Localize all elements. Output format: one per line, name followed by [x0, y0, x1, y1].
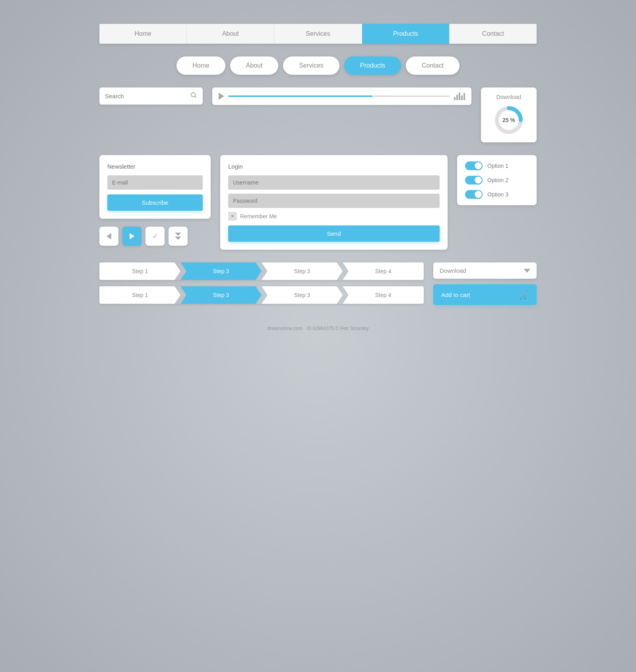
left-column: Newsletter Subscribe ✓: [99, 155, 211, 246]
nav2-products[interactable]: Products: [344, 56, 401, 75]
option-row-3: Option 3: [465, 190, 529, 199]
send-button[interactable]: Send: [228, 225, 440, 242]
toggle-2[interactable]: [465, 176, 483, 185]
download-dropdown[interactable]: Download: [433, 262, 537, 279]
nav1-contact[interactable]: Contact: [450, 24, 537, 44]
option-row-2: Option 2: [465, 176, 529, 185]
newsletter-box: Newsletter Subscribe: [99, 155, 211, 219]
stepbar-2: Step 1 Step 3 Step 3 Step 4: [99, 286, 424, 304]
search-icon: [190, 91, 197, 101]
toggle-knob-1: [475, 162, 482, 169]
play-button-2[interactable]: [122, 227, 142, 246]
cart-icon: 🛒: [519, 290, 529, 299]
remember-label: Remember Me: [240, 213, 277, 219]
login-box: Login ✕ Remember Me Send: [220, 155, 448, 250]
option-label-1: Option 1: [487, 163, 508, 169]
nav1-products[interactable]: Products: [362, 24, 450, 44]
nav2-services[interactable]: Services: [283, 56, 339, 75]
step1-1[interactable]: Step 1: [99, 262, 180, 280]
progress-fill: [228, 95, 372, 97]
nav1-about[interactable]: About: [187, 24, 274, 44]
remember-me-row: ✕ Remember Me: [228, 212, 440, 221]
check-button[interactable]: ✓: [145, 227, 165, 246]
navbar-rounded: Home About Services Products Contact: [99, 56, 537, 75]
toggle-knob-3: [475, 191, 482, 198]
add-to-cart-label: Add to cart: [441, 291, 470, 298]
toggle-3[interactable]: [465, 190, 483, 199]
nav1-home[interactable]: Home: [99, 24, 187, 44]
double-down-icon: [175, 233, 181, 240]
right-column: Option 1 Option 2 Option 3: [457, 155, 537, 205]
option-row-1: Option 1: [465, 161, 529, 170]
svg-line-1: [195, 96, 196, 97]
username-input[interactable]: [228, 175, 440, 190]
watermark: dreamstime.com ID 62984375 © Petr Strans…: [99, 326, 537, 331]
actions-col: Download Add to cart 🛒: [433, 262, 537, 305]
svg-point-0: [191, 93, 196, 97]
login-title: Login: [228, 163, 440, 170]
step2-4[interactable]: Step 4: [343, 286, 424, 304]
steps-col: Step 1 Step 3 Step 3 Step 4 Step 1 Step …: [99, 262, 424, 304]
navbar-flat: Home About Services Products Contact: [99, 24, 537, 44]
prev-button[interactable]: [99, 227, 118, 246]
step2-1[interactable]: Step 1: [99, 286, 180, 304]
skip-button[interactable]: [169, 227, 188, 246]
step1-4[interactable]: Step 4: [343, 262, 424, 280]
volume-icon: [454, 92, 465, 100]
step2-3[interactable]: Step 3: [262, 286, 343, 304]
search-box: [99, 87, 203, 105]
newsletter-title: Newsletter: [107, 163, 203, 170]
dropdown-arrow-icon: [524, 269, 530, 273]
widgets-row: Download 25 %: [99, 87, 537, 142]
download-dropdown-label: Download: [440, 267, 466, 274]
step1-2[interactable]: Step 3: [180, 262, 262, 280]
media-player: [212, 87, 471, 105]
password-input[interactable]: [228, 194, 440, 208]
add-to-cart-button[interactable]: Add to cart 🛒: [433, 284, 537, 305]
step1-3[interactable]: Step 3: [262, 262, 343, 280]
nav2-home[interactable]: Home: [176, 56, 225, 75]
stepbar-1: Step 1 Step 3 Step 3 Step 4: [99, 262, 424, 280]
check-icon: ✓: [152, 232, 158, 241]
options-box: Option 1 Option 2 Option 3: [457, 155, 537, 205]
donut-label: 25 %: [502, 117, 515, 123]
toggle-knob-2: [475, 177, 482, 184]
progress-track[interactable]: [228, 95, 450, 97]
search-input[interactable]: [105, 93, 187, 99]
middle-spacer: Login ✕ Remember Me Send: [220, 155, 448, 250]
step2-2[interactable]: Step 3: [180, 286, 262, 304]
media-controls: ✓: [99, 227, 211, 246]
option-label-3: Option 3: [487, 191, 508, 198]
download-title: Download: [489, 94, 529, 100]
donut-chart: 25 %: [493, 104, 525, 136]
play-icon: [130, 233, 134, 239]
main-content-row: Newsletter Subscribe ✓: [99, 155, 537, 250]
nav1-services[interactable]: Services: [274, 24, 362, 44]
prev-icon: [107, 233, 111, 239]
download-widget: Download 25 %: [481, 87, 537, 142]
nav2-contact[interactable]: Contact: [406, 56, 460, 75]
nav2-about[interactable]: About: [230, 56, 279, 75]
subscribe-button[interactable]: Subscribe: [107, 194, 203, 211]
remember-checkbox[interactable]: ✕: [228, 212, 237, 221]
toggle-1[interactable]: [465, 161, 483, 170]
option-label-2: Option 2: [487, 177, 508, 183]
play-button[interactable]: [219, 93, 224, 100]
bottom-row: Step 1 Step 3 Step 3 Step 4 Step 1 Step …: [99, 262, 537, 305]
email-input[interactable]: [107, 175, 203, 190]
